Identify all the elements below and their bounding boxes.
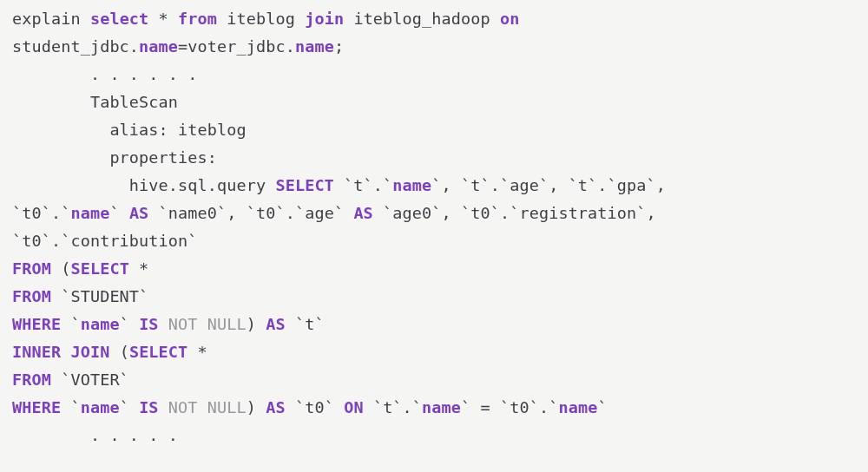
- txt-rp1: ): [247, 315, 256, 333]
- line-11: FROM `STUDENT`: [12, 287, 148, 305]
- txt-star2: *: [129, 259, 148, 278]
- code-block: explain select * from iteblog join itebl…: [0, 0, 868, 449]
- txt-comma3: ,: [656, 176, 666, 194]
- kw-is2: IS: [129, 398, 159, 416]
- txt-comma4: ,: [227, 204, 236, 222]
- line-7: hive.sql.query SELECT `t`.`name`, `t`.`a…: [12, 176, 666, 194]
- txt-t0age: `t0`.`age`: [237, 204, 345, 222]
- txt-bname2: `: [61, 398, 80, 416]
- line-15: WHERE `name` IS NOT NULL) AS `t0` ON `t`…: [12, 398, 608, 416]
- nm-name4: name: [70, 204, 109, 222]
- nm-name7: name: [422, 398, 461, 416]
- op-eq1: =: [178, 37, 187, 56]
- txt-t-alias: `t`: [286, 315, 325, 333]
- txt-bname2e: `: [120, 398, 129, 416]
- kw-on: on: [490, 10, 520, 28]
- txt-bq2: `: [461, 398, 470, 416]
- op-eq2: =: [470, 398, 500, 416]
- txt-rp2: ): [247, 398, 256, 416]
- txt-iteblog: iteblog: [217, 10, 295, 28]
- txt-comma2: ,: [549, 176, 558, 194]
- txt-star1: *: [148, 10, 168, 28]
- txt-bq1: `: [431, 176, 441, 194]
- txt-dots2: . . . . .: [12, 426, 178, 444]
- line-2: student_jdbc.name=voter_jdbc.name;: [12, 37, 344, 56]
- kw-from2: FROM: [12, 259, 51, 278]
- kw-from4: FROM: [12, 370, 51, 389]
- txt-t0-alias: `t0`: [286, 398, 334, 416]
- kw-on2: ON: [334, 398, 364, 416]
- txt-comma5: ,: [442, 204, 451, 222]
- line-5: alias: iteblog: [12, 121, 247, 139]
- txt-hivequery: hive.sql.query: [12, 176, 266, 194]
- txt-notnull2: NOT NULL: [159, 398, 247, 416]
- line-8: `t0`.`name` AS `name0`, `t0`.`age` AS `a…: [12, 204, 656, 222]
- line-6: properties:: [12, 148, 217, 167]
- nm-name1: name: [139, 37, 178, 56]
- kw-as1: AS: [120, 204, 149, 222]
- txt-iteblog-hadoop: iteblog_hadoop: [344, 10, 490, 28]
- line-16: . . . . .: [12, 426, 178, 444]
- txt-alias: alias: iteblog: [12, 121, 247, 139]
- kw-inner: INNER: [12, 343, 61, 361]
- txt-tgpa: `t`.`gpa`: [558, 176, 655, 194]
- txt-t0contrib: `t0`.`contribution`: [12, 232, 198, 250]
- txt-voter: `VOTER`: [51, 370, 129, 389]
- line-12: WHERE `name` IS NOT NULL) AS `t`: [12, 315, 325, 333]
- txt-lp1: (: [51, 259, 70, 278]
- line-4: TableScan: [12, 93, 178, 111]
- txt-comma6: ,: [647, 204, 656, 222]
- kw-as3: AS: [256, 315, 286, 333]
- txt-lp2: (: [109, 343, 128, 361]
- kw-select: select: [90, 10, 148, 28]
- txt-comma1: ,: [442, 176, 451, 194]
- kw-as4: AS: [256, 398, 286, 416]
- nm-name2: name: [295, 37, 334, 56]
- line-14: FROM `VOTER`: [12, 370, 129, 389]
- txt-notnull1: NOT NULL: [159, 315, 247, 333]
- line-10: FROM (SELECT *: [12, 259, 148, 278]
- txt-tdot: `t`.`: [364, 398, 422, 416]
- nm-name6: name: [81, 398, 120, 416]
- txt-name0: `name0`: [148, 204, 227, 222]
- txt-student: `STUDENT`: [51, 287, 148, 305]
- txt-t0name-pre: `t0`.`: [12, 204, 70, 222]
- line-3: . . . . . .: [12, 65, 198, 83]
- kw-select-cap1: SELECT: [266, 176, 334, 194]
- nm-name3: name: [392, 176, 431, 194]
- kw-join1: join: [295, 10, 344, 28]
- kw-select-cap3: SELECT: [129, 343, 187, 361]
- txt-age0: `age0`: [373, 204, 442, 222]
- txt-tablescan: TableScan: [12, 93, 178, 111]
- txt-voter-jdbc: voter_jdbc: [187, 37, 285, 56]
- op-dot2: .: [286, 37, 295, 56]
- kw-where2: WHERE: [12, 398, 61, 416]
- txt-bname1e: `: [120, 315, 129, 333]
- line-1: explain select * from iteblog join itebl…: [12, 10, 519, 28]
- nm-name8: name: [558, 398, 597, 416]
- line-13: INNER JOIN (SELECT *: [12, 343, 207, 361]
- kw-where1: WHERE: [12, 315, 61, 333]
- txt-t0dot: `t0`.`: [500, 398, 558, 416]
- kw-as2: AS: [344, 204, 373, 222]
- txt-properties: properties:: [12, 148, 217, 167]
- txt-bname1: `: [61, 315, 80, 333]
- kw-from3: FROM: [12, 287, 51, 305]
- txt-explain: explain: [12, 10, 81, 28]
- txt-star3: *: [187, 343, 207, 361]
- txt-bq-b: `: [109, 204, 119, 222]
- op-dot1: .: [129, 37, 139, 56]
- op-semi: ;: [334, 37, 344, 56]
- kw-from1: from: [168, 10, 217, 28]
- txt-bq3: `: [597, 398, 607, 416]
- nm-name5: name: [81, 315, 120, 333]
- txt-tname: `t`.`: [334, 176, 392, 194]
- kw-is1: IS: [129, 315, 159, 333]
- kw-join2: JOIN: [61, 343, 109, 361]
- txt-tage: `t`.`age`: [451, 176, 549, 194]
- txt-dots1: . . . . . .: [12, 65, 198, 83]
- line-9: `t0`.`contribution`: [12, 232, 198, 250]
- kw-select-cap2: SELECT: [70, 259, 128, 278]
- txt-student-jdbc: student_jdbc: [12, 37, 129, 56]
- txt-t0reg: `t0`.`registration`: [451, 204, 647, 222]
